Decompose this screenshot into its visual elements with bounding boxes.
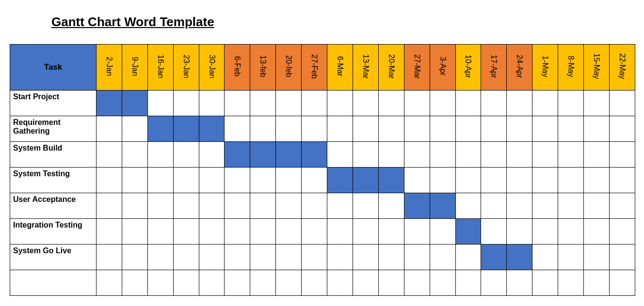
gantt-cell (147, 219, 173, 245)
gantt-cell (404, 91, 430, 116)
date-label: 17-Apr (489, 55, 498, 78)
task-name: Start Project (10, 91, 97, 116)
gantt-cell (404, 219, 430, 245)
gantt-cell (481, 270, 507, 296)
date-header: 10-Apr (455, 45, 481, 91)
date-label: 13-feb (258, 55, 267, 77)
gantt-cell (302, 116, 327, 142)
gantt-cell (609, 168, 635, 193)
date-label: 9-Jan (130, 57, 139, 76)
gantt-cell (430, 116, 455, 142)
gantt-cell (199, 168, 225, 193)
gantt-cell (327, 193, 353, 219)
gantt-cell (122, 193, 147, 219)
gantt-cell (532, 219, 558, 245)
date-label: 30-Jan (208, 55, 216, 78)
gantt-cell (353, 116, 378, 142)
table-row: User Acceptance (10, 193, 635, 219)
date-header: 20-Mar (378, 45, 404, 91)
gantt-cell (122, 168, 147, 193)
gantt-cell-filled (122, 91, 147, 116)
gantt-cell-filled (404, 193, 430, 219)
gantt-cell (404, 116, 430, 142)
gantt-cell (225, 91, 250, 116)
gantt-cell (558, 245, 584, 270)
task-name: Requirement Gathering (10, 116, 97, 142)
gantt-cell (532, 270, 558, 296)
gantt-cell (173, 270, 199, 296)
gantt-cell (327, 270, 353, 296)
gantt-cell (302, 245, 327, 270)
gantt-cell (507, 270, 532, 296)
date-header: 30-Jan (199, 45, 225, 91)
date-label: 2-Jan (105, 57, 113, 76)
date-label: 27-Feb (310, 54, 319, 79)
gantt-cell (455, 245, 481, 270)
gantt-cell (430, 91, 455, 116)
gantt-cell (378, 116, 404, 142)
gantt-cell (558, 142, 584, 168)
task-name: System Testing (10, 168, 97, 193)
task-name: System Build (10, 142, 97, 168)
gantt-cell (276, 270, 302, 296)
gantt-cell (250, 245, 276, 270)
gantt-cell (532, 116, 558, 142)
table-row: Integration Testing (10, 219, 635, 245)
gantt-cell (276, 168, 302, 193)
gantt-cell (225, 219, 250, 245)
gantt-cell (225, 193, 250, 219)
gantt-cell (276, 193, 302, 219)
gantt-cell (97, 219, 122, 245)
gantt-cell (147, 270, 173, 296)
gantt-cell (250, 270, 276, 296)
gantt-cell (302, 270, 327, 296)
date-label: 8-May (566, 56, 575, 77)
gantt-cell (609, 219, 635, 245)
gantt-cell (404, 142, 430, 168)
gantt-cell (199, 193, 225, 219)
gantt-cell-filled (353, 168, 378, 193)
gantt-cell (353, 219, 378, 245)
gantt-cell-filled (97, 91, 122, 116)
gantt-cell (404, 270, 430, 296)
gantt-cell (250, 116, 276, 142)
task-name (10, 270, 97, 296)
gantt-cell (327, 91, 353, 116)
gantt-cell (327, 142, 353, 168)
gantt-cell (199, 245, 225, 270)
date-header: 20-feb (276, 45, 302, 91)
gantt-cell (430, 270, 455, 296)
gantt-cell (430, 168, 455, 193)
gantt-cell (147, 91, 173, 116)
gantt-cell (532, 193, 558, 219)
gantt-cell (609, 193, 635, 219)
table-row: System Build (10, 142, 635, 168)
gantt-cell (583, 193, 609, 219)
gantt-cell (276, 116, 302, 142)
gantt-cell-filled (507, 245, 532, 270)
gantt-cell (430, 219, 455, 245)
gantt-cell (250, 193, 276, 219)
gantt-cell (558, 116, 584, 142)
page-title: Gantt Chart Word Template (51, 15, 634, 30)
date-label: 23-Jan (182, 55, 191, 78)
task-name: System Go Live (10, 245, 97, 270)
gantt-body: Start ProjectRequirement GatheringSystem… (10, 91, 635, 296)
gantt-cell (225, 245, 250, 270)
table-row: System Go Live (10, 245, 635, 270)
gantt-header-row: Task 2-Jan9-Jan16-Jan23-Jan30-Jan6-Feb13… (10, 45, 635, 91)
gantt-cell (481, 219, 507, 245)
gantt-cell (378, 193, 404, 219)
gantt-cell-filled (455, 219, 481, 245)
gantt-cell (532, 91, 558, 116)
gantt-cell (481, 142, 507, 168)
date-header: 13-Mar (353, 45, 378, 91)
gantt-cell (507, 91, 532, 116)
gantt-cell (378, 245, 404, 270)
date-label: 22-May (618, 53, 627, 79)
gantt-cell (302, 168, 327, 193)
gantt-cell (583, 91, 609, 116)
gantt-cell-filled (327, 168, 353, 193)
gantt-cell (302, 193, 327, 219)
gantt-cell (97, 270, 122, 296)
